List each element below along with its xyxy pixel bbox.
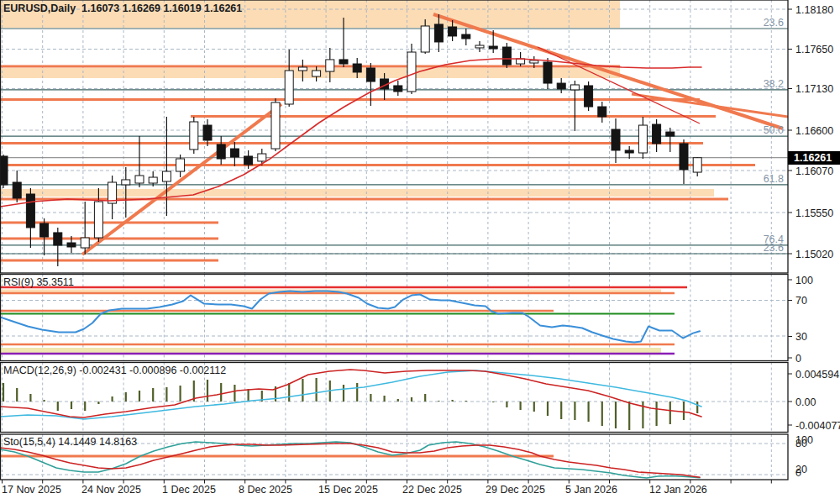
macd-indicator-label: MACD(12,26,9) -0.002431 -0.000896 -0.002… bbox=[3, 365, 226, 376]
candle-body bbox=[638, 125, 647, 153]
candle bbox=[81, 202, 89, 255]
candle bbox=[230, 142, 239, 166]
fibonacci-label: 23.6 bbox=[764, 17, 784, 29]
candle bbox=[149, 171, 157, 186]
candle-body bbox=[693, 158, 701, 172]
rsi-line bbox=[0, 291, 700, 342]
candle-body bbox=[543, 62, 552, 83]
candle bbox=[475, 41, 484, 52]
chart-canvas[interactable]: 1.181801.176501.171301.166001.160701.155… bbox=[0, 0, 840, 504]
candle bbox=[40, 218, 49, 255]
sto-d-line bbox=[0, 444, 700, 477]
rsi-level-band bbox=[0, 348, 661, 353]
candle-body bbox=[625, 150, 633, 153]
candle-body bbox=[26, 194, 34, 228]
candle bbox=[190, 117, 198, 154]
candle-body bbox=[190, 122, 198, 150]
candle bbox=[585, 81, 593, 111]
candle-body bbox=[258, 154, 266, 161]
candle-body bbox=[434, 24, 443, 42]
candle-body bbox=[149, 177, 157, 183]
candle-body bbox=[407, 52, 416, 92]
candle-body bbox=[530, 60, 538, 63]
trading-chart-window: 1.181801.176501.171301.166001.160701.155… bbox=[0, 0, 840, 504]
candle-body bbox=[271, 102, 280, 149]
candle-body bbox=[557, 83, 565, 89]
candle bbox=[407, 44, 416, 94]
candle-body bbox=[326, 60, 334, 71]
stochastic-indicator-label: Sto(15,5,4) 14.1449 14.8163 bbox=[3, 436, 137, 448]
candle-body bbox=[475, 45, 484, 48]
candle-body bbox=[40, 223, 49, 237]
candle bbox=[557, 78, 565, 93]
candle-body bbox=[13, 182, 21, 198]
candle-body bbox=[612, 129, 620, 150]
candle bbox=[502, 43, 511, 68]
trendline bbox=[632, 94, 788, 117]
candle-body bbox=[230, 149, 239, 157]
candle bbox=[570, 81, 579, 131]
candle bbox=[462, 29, 470, 45]
fibonacci-label: 50.0 bbox=[764, 124, 784, 136]
candle-body bbox=[203, 125, 212, 140]
candle bbox=[298, 60, 307, 81]
candle-body bbox=[502, 47, 511, 65]
candle bbox=[638, 117, 647, 159]
candle bbox=[285, 50, 293, 107]
candle bbox=[666, 128, 675, 152]
candle bbox=[612, 118, 620, 163]
macd-signal-line bbox=[0, 370, 701, 417]
chart-title: EURUSD,Daily 1.16073 1.16269 1.16019 1.1… bbox=[3, 3, 242, 14]
candle-body bbox=[54, 233, 62, 245]
candle-body bbox=[489, 46, 497, 49]
candle bbox=[543, 58, 552, 89]
candle bbox=[0, 155, 8, 188]
rsi-panel bbox=[0, 275, 788, 361]
candle bbox=[693, 157, 701, 176]
candle-body bbox=[449, 27, 457, 36]
macd-main-line bbox=[0, 370, 701, 419]
supply-demand-zone bbox=[0, 189, 714, 197]
candle bbox=[680, 139, 688, 184]
candle-body bbox=[666, 132, 675, 136]
candle-body bbox=[217, 144, 225, 159]
candle-body bbox=[244, 156, 253, 165]
candle bbox=[625, 146, 633, 159]
candle bbox=[271, 98, 280, 151]
candle-body bbox=[421, 26, 429, 52]
candle-body bbox=[94, 202, 102, 238]
candle-body bbox=[462, 34, 470, 39]
candle-body bbox=[570, 85, 579, 90]
candle-body bbox=[598, 107, 606, 117]
candle-body bbox=[162, 171, 171, 181]
candle bbox=[653, 119, 661, 152]
candle bbox=[108, 176, 117, 219]
supply-demand-zone bbox=[0, 68, 620, 78]
fibonacci-label: 61.8 bbox=[764, 173, 784, 185]
candle-body bbox=[81, 238, 89, 248]
price-axis[interactable] bbox=[788, 0, 840, 480]
candle-body bbox=[353, 64, 361, 72]
fibonacci-label: 38.2 bbox=[764, 78, 784, 90]
candle bbox=[598, 102, 606, 123]
candle-body bbox=[585, 86, 593, 107]
rsi-indicator-label: RSI(9) 35.3511 bbox=[3, 276, 74, 288]
candle-body bbox=[122, 180, 130, 185]
candle-body bbox=[366, 68, 375, 81]
candle-body bbox=[312, 71, 321, 76]
candle-body bbox=[298, 67, 307, 71]
fibonacci-label: 23.6 bbox=[764, 242, 784, 254]
candle-body bbox=[135, 176, 144, 183]
candle-body bbox=[680, 144, 688, 170]
time-axis[interactable] bbox=[0, 480, 840, 504]
candle bbox=[13, 171, 21, 202]
main-panel bbox=[0, 0, 788, 273]
candle-body bbox=[0, 156, 8, 185]
candle-body bbox=[653, 124, 661, 144]
candle-body bbox=[285, 71, 293, 104]
candle-body bbox=[67, 243, 76, 247]
candle-body bbox=[339, 60, 348, 64]
candle bbox=[394, 81, 402, 96]
candle-body bbox=[394, 86, 402, 92]
candle bbox=[217, 136, 225, 165]
